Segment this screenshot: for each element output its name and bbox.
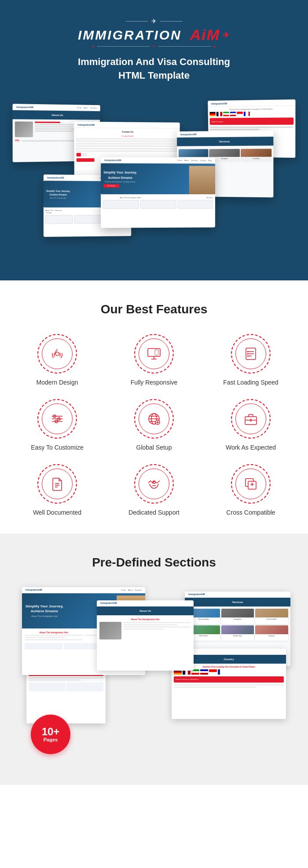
header-section: ✈ IMMIGRATION AiM ✈ ● ✕ ● Immigration An…	[0, 0, 308, 280]
well-documented-label: Well Documented	[33, 509, 81, 516]
global-setup-icon-wrap	[134, 399, 174, 439]
logo-aim: AiM	[190, 26, 220, 44]
dedicated-support-label: Dedicated Support	[128, 509, 180, 516]
feature-fast-loading: Fast Loading Speed	[207, 334, 295, 386]
modern-design-icon-wrap	[37, 334, 77, 374]
predefined-section: Pre-Defined Sections ImmigrationAIM Home…	[0, 534, 308, 785]
features-grid: Modern Design Fully Responsive	[13, 334, 295, 516]
well-documented-icon-wrap	[37, 464, 77, 504]
feature-fully-responsive: Fully Responsive	[110, 334, 198, 386]
fully-responsive-icon-wrap	[134, 334, 174, 374]
easy-customize-label: Easy To Customize	[31, 444, 84, 451]
touch-icon	[49, 346, 65, 362]
predefined-previews: ImmigrationAIM Home About Services Simpl…	[9, 587, 299, 763]
global-setup-icon-inner	[139, 403, 169, 434]
logo-area: ✈ IMMIGRATION AiM ✈ ● ✕ ●	[9, 18, 299, 48]
checklist-icon	[243, 346, 259, 362]
work-expected-icon-wrap	[231, 399, 271, 439]
badge-label: Pages	[44, 737, 58, 742]
feature-work-expected: Work As Expected	[207, 399, 295, 451]
fast-loading-icon-wrap	[231, 334, 271, 374]
feature-easy-customize: Easy To Customize	[13, 399, 101, 451]
fully-responsive-icon-inner	[139, 338, 169, 369]
fast-loading-icon-inner	[235, 338, 266, 369]
easy-customize-icon-wrap	[37, 399, 77, 439]
global-setup-label: Global Setup	[136, 444, 172, 451]
predefined-title: Pre-Defined Sections	[9, 556, 299, 570]
document-icon	[49, 476, 65, 492]
features-section: Our Best Features Modern Design	[0, 280, 308, 534]
logo-text: IMMIGRATION AiM ✈	[9, 26, 299, 44]
cross-compatible-label: Cross Compatible	[226, 509, 275, 516]
logo-immigration: IMMIGRATION	[78, 28, 182, 43]
sliders-icon	[49, 411, 65, 427]
feature-cross-compatible: Cross Compatible	[207, 464, 295, 516]
svg-point-11	[247, 355, 249, 356]
feature-dedicated-support: Dedicated Support	[110, 464, 198, 516]
handshake-icon	[146, 476, 162, 492]
header-subtitle: Immigration And Visa Consulting HTML Tem…	[9, 55, 299, 83]
feature-well-documented: Well Documented	[13, 464, 101, 516]
globe-icon	[146, 411, 162, 427]
svg-point-10	[247, 353, 249, 354]
dedicated-support-icon-wrap	[134, 464, 174, 504]
preview-about-overlay: ImmigrationAIM About Us About The Immigr…	[97, 600, 194, 671]
work-expected-label: Work As Expected	[226, 444, 276, 451]
feature-global-setup: Global Setup	[110, 399, 198, 451]
fast-loading-label: Fast Loading Speed	[223, 379, 278, 386]
badge-number: 10+	[42, 726, 60, 737]
modern-design-label: Modern Design	[37, 379, 78, 386]
fully-responsive-label: Fully Responsive	[131, 379, 178, 386]
screenshots-area: ImmigrationAIM Home About Services About…	[9, 87, 299, 254]
well-documented-icon-inner	[42, 469, 73, 499]
features-title: Our Best Features	[13, 302, 295, 316]
modern-design-icon-inner	[42, 338, 73, 369]
svg-rect-4	[155, 350, 158, 355]
svg-point-9	[247, 351, 249, 352]
logo-decoration: ✈	[9, 18, 299, 25]
work-expected-icon-inner	[235, 403, 266, 434]
copy-icon	[243, 476, 259, 492]
plane-icon: ✈	[151, 18, 157, 25]
cross-compatible-icon-wrap	[231, 464, 271, 504]
cross-compatible-icon-inner	[235, 469, 266, 499]
pages-badge: 10+ Pages	[31, 715, 70, 754]
svg-rect-26	[245, 417, 257, 425]
feature-modern-design: Modern Design	[13, 334, 101, 386]
easy-customize-icon-inner	[42, 403, 73, 434]
monitor-icon	[146, 346, 162, 362]
screenshot-main-large: ImmigrationAIM Home About Services Count…	[101, 157, 215, 228]
briefcase-icon	[243, 411, 259, 427]
svg-point-0	[55, 352, 59, 356]
dedicated-support-icon-inner	[139, 469, 169, 499]
